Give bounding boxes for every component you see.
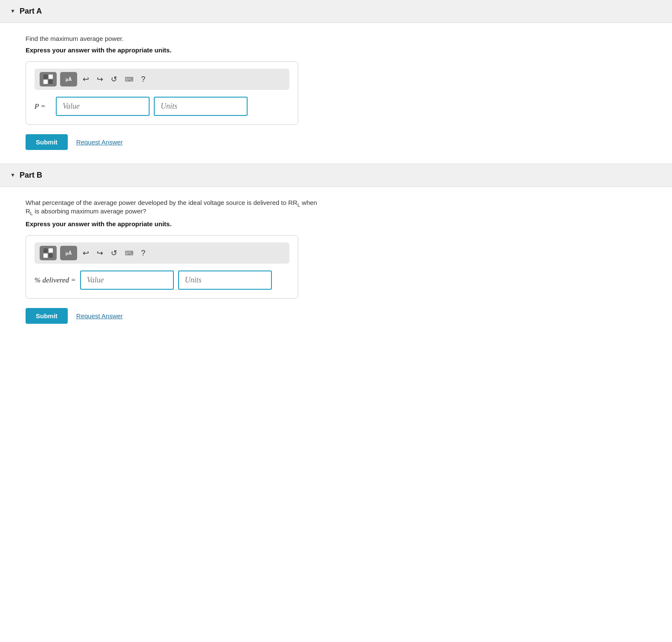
part-a-request-answer-link[interactable]: Request Answer bbox=[76, 138, 123, 146]
help-icon: ? bbox=[141, 75, 145, 84]
part-a-grid-button[interactable] bbox=[40, 72, 57, 86]
part-a-toolbar: μÅ ↩ ↪ ↺ ⌨ ? bbox=[35, 69, 289, 90]
part-a-units-input[interactable] bbox=[154, 97, 248, 116]
part-b-body: What percentage of the average power dev… bbox=[0, 187, 672, 337]
part-a-collapse-icon[interactable]: ▼ bbox=[10, 8, 15, 14]
part-b-instruction-bold: Express your answer with the appropriate… bbox=[26, 220, 646, 227]
part-b-refresh-button[interactable]: ↺ bbox=[109, 247, 119, 259]
part-b-grid-cell-3 bbox=[43, 253, 48, 258]
part-a-mu-button[interactable]: μÅ bbox=[60, 72, 77, 86]
part-a-instruction: Find the maximum average power. bbox=[26, 35, 646, 42]
part-b-value-input[interactable] bbox=[80, 271, 174, 290]
part-b-grid-button[interactable] bbox=[40, 246, 57, 260]
part-b-answer-box: μÅ ↩ ↪ ↺ ⌨ ? % delivered = bbox=[26, 235, 298, 299]
part-a-redo-button[interactable]: ↪ bbox=[95, 73, 105, 86]
part-b-rl2: RL bbox=[26, 207, 33, 215]
part-b-undo-button[interactable]: ↩ bbox=[81, 247, 91, 259]
part-a-body: Find the maximum average power. Express … bbox=[0, 23, 672, 164]
part-b-keyboard-button[interactable]: ⌨ bbox=[123, 248, 136, 258]
undo-icon: ↩ bbox=[83, 75, 89, 84]
grid-icon bbox=[43, 75, 53, 84]
part-b-help-button[interactable]: ? bbox=[139, 247, 147, 259]
grid-cell-2 bbox=[49, 75, 53, 79]
grid-cell-3 bbox=[43, 80, 48, 84]
part-a-help-button[interactable]: ? bbox=[139, 73, 147, 86]
part-a-title: Part A bbox=[20, 7, 42, 16]
mu-icon: μÅ bbox=[66, 77, 72, 82]
part-a-refresh-button[interactable]: ↺ bbox=[109, 73, 119, 86]
part-a-submit-button[interactable]: Submit bbox=[26, 134, 68, 150]
part-b-title: Part B bbox=[20, 171, 42, 180]
part-b-grid-cell-2 bbox=[49, 248, 53, 253]
part-a-keyboard-button[interactable]: ⌨ bbox=[123, 74, 136, 84]
part-b-keyboard-icon: ⌨ bbox=[125, 250, 133, 256]
part-b-grid-icon bbox=[43, 248, 53, 258]
grid-cell-1 bbox=[43, 75, 48, 79]
keyboard-icon: ⌨ bbox=[125, 76, 133, 83]
part-b-help-icon: ? bbox=[141, 249, 145, 258]
grid-cell-4 bbox=[49, 80, 53, 84]
part-b-actions: Submit Request Answer bbox=[26, 308, 646, 324]
part-b-mu-icon: μÅ bbox=[66, 251, 72, 256]
part-a-label: P = bbox=[35, 102, 52, 111]
part-b-label: % delivered = bbox=[35, 276, 76, 285]
part-b-grid-cell-1 bbox=[43, 248, 48, 253]
part-b-header: ▼ Part B bbox=[0, 164, 672, 187]
part-b-input-row: % delivered = bbox=[35, 271, 289, 290]
refresh-icon: ↺ bbox=[111, 75, 117, 84]
part-a-undo-button[interactable]: ↩ bbox=[81, 73, 91, 86]
part-a-actions: Submit Request Answer bbox=[26, 134, 646, 150]
part-b-mu-button[interactable]: μÅ bbox=[60, 246, 77, 260]
part-b-undo-icon: ↩ bbox=[83, 248, 89, 258]
redo-icon: ↪ bbox=[97, 75, 103, 84]
part-b-instruction-text4: is absorbing maximum average power? bbox=[33, 207, 146, 215]
part-b-submit-button[interactable]: Submit bbox=[26, 308, 68, 324]
part-a-header: ▼ Part A bbox=[0, 0, 672, 23]
part-b-redo-button[interactable]: ↪ bbox=[95, 247, 105, 259]
part-b-request-answer-link[interactable]: Request Answer bbox=[76, 312, 123, 320]
part-b-grid-cell-4 bbox=[49, 253, 53, 258]
part-b-refresh-icon: ↺ bbox=[111, 248, 117, 258]
part-b-instruction-text1: What percentage of the average power dev… bbox=[26, 199, 293, 206]
part-b-instruction-text2: when bbox=[300, 199, 317, 206]
part-a-instruction-bold: Express your answer with the appropriate… bbox=[26, 46, 646, 54]
part-a-input-row: P = bbox=[35, 97, 289, 116]
part-a-answer-box: μÅ ↩ ↪ ↺ ⌨ ? P = bbox=[26, 61, 298, 125]
part-b-collapse-icon[interactable]: ▼ bbox=[10, 172, 15, 178]
part-b-rl1: RL bbox=[293, 199, 300, 206]
part-a-value-input[interactable] bbox=[56, 97, 150, 116]
part-b-toolbar: μÅ ↩ ↪ ↺ ⌨ ? bbox=[35, 242, 289, 264]
part-b-instruction: What percentage of the average power dev… bbox=[26, 199, 646, 216]
part-b-units-input[interactable] bbox=[178, 271, 272, 290]
part-b-redo-icon: ↪ bbox=[97, 248, 103, 258]
